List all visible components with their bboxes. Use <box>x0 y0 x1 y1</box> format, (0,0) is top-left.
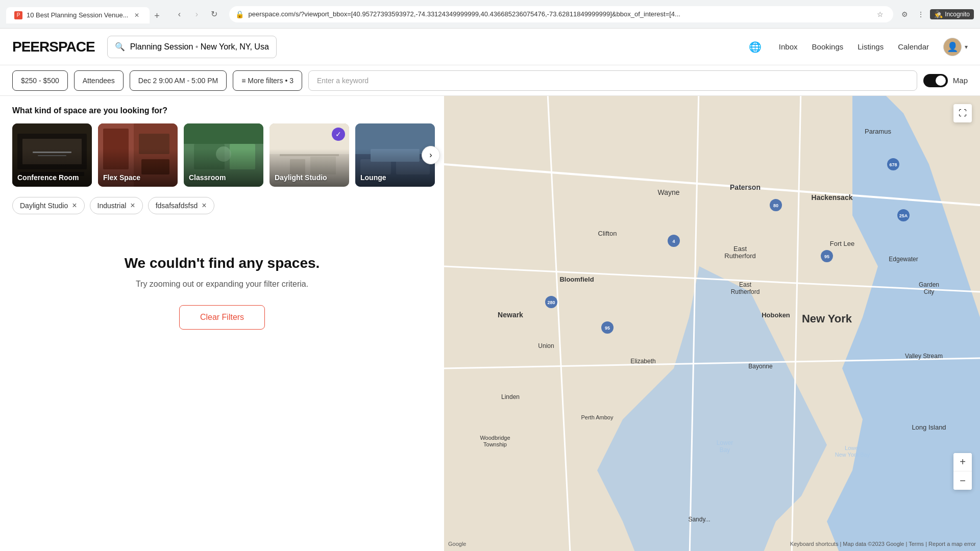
filter-tag-daylight-remove[interactable]: × <box>72 202 77 210</box>
filter-sliders-icon: ≡ <box>241 77 246 85</box>
active-tab[interactable]: P 10 Best Planning Session Venue... ✕ <box>6 7 150 23</box>
svg-text:New York: New York <box>802 312 852 325</box>
active-filters: Daylight Studio × Industrial × fdsafsafd… <box>12 197 432 214</box>
incognito-badge: 🕵 Incognito <box>930 9 974 19</box>
flex-space-overlay: Flex Space <box>98 123 178 187</box>
main-content: What kind of space are you looking for? <box>0 96 980 551</box>
map-fullscreen-button[interactable]: ⛶ <box>953 104 972 122</box>
filter-tag-industrial[interactable]: Industrial × <box>90 197 143 214</box>
search-icon: 🔍 <box>115 42 125 52</box>
app: PEERSPACE 🔍 Planning Session • New York,… <box>0 29 980 551</box>
svg-text:95: 95 <box>824 254 829 259</box>
space-type-flex[interactable]: Flex Space <box>98 123 178 187</box>
map-toggle-switch[interactable] <box>923 74 948 87</box>
space-type-conference[interactable]: Conference Room <box>12 123 92 187</box>
svg-text:Long Island: Long Island <box>912 423 946 431</box>
map-container[interactable]: 280 95 4 80 95 25A 678 Yonkers Paramus <box>444 96 980 551</box>
empty-state-title: We couldn't find any spaces. <box>125 255 320 271</box>
svg-text:Valley Stream: Valley Stream <box>905 353 943 360</box>
chevron-down-icon: ▾ <box>965 43 968 51</box>
reload-button[interactable]: ↻ <box>207 7 221 21</box>
bookmark-icon[interactable]: ☆ <box>873 7 887 21</box>
conference-room-label: Conference Room <box>17 173 79 182</box>
datetime-filter-button[interactable]: Dec 2 9:00 AM - 5:00 PM <box>130 70 227 91</box>
svg-text:Bloomfield: Bloomfield <box>559 276 594 283</box>
daylight-selected-check: ✓ <box>332 128 345 141</box>
more-filters-button[interactable]: ≡ More filters • 3 <box>233 70 302 91</box>
flex-space-label: Flex Space <box>103 173 140 182</box>
header: PEERSPACE 🔍 Planning Session • New York,… <box>0 29 980 65</box>
svg-text:WoodbridgeTownship: WoodbridgeTownship <box>480 435 510 447</box>
empty-state-subtitle: Try zooming out or expanding your filter… <box>136 280 308 289</box>
tab-title: 10 Best Planning Session Venue... <box>27 11 128 19</box>
filters-bar: $250 - $500 Attendees Dec 2 9:00 AM - 5:… <box>0 65 980 96</box>
map-zoom-out-button[interactable]: − <box>953 471 972 490</box>
map-panel: 280 95 4 80 95 25A 678 Yonkers Paramus <box>444 96 980 551</box>
fullscreen-icon: ⛶ <box>959 109 967 118</box>
search-bar[interactable]: 🔍 Planning Session • New York, NY, Usa <box>107 36 277 58</box>
forward-button[interactable]: › <box>189 7 204 21</box>
svg-text:Paterson: Paterson <box>730 183 761 191</box>
listings-link[interactable]: Listings <box>857 42 884 51</box>
svg-text:Elizabeth: Elizabeth <box>630 358 655 365</box>
logo[interactable]: PEERSPACE <box>12 39 95 55</box>
conference-room-overlay: Conference Room <box>12 123 92 187</box>
language-icon[interactable]: 🌐 <box>746 38 765 56</box>
svg-text:Wayne: Wayne <box>657 188 679 196</box>
svg-text:678: 678 <box>889 162 897 167</box>
svg-text:280: 280 <box>547 300 555 305</box>
svg-text:Sandy...: Sandy... <box>688 516 710 523</box>
menu-icon[interactable]: ⋮ <box>914 7 928 21</box>
address-bar[interactable]: 🔒 peerspace.com/s/?viewport_bbox=[40.957… <box>229 6 893 22</box>
clear-filters-button[interactable]: Clear Filters <box>179 305 265 330</box>
classroom-overlay: Classroom <box>184 123 263 187</box>
extensions-icon[interactable]: ⚙ <box>897 7 912 21</box>
svg-text:Hoboken: Hoboken <box>762 311 790 319</box>
filter-tag-custom-remove[interactable]: × <box>202 202 206 210</box>
empty-state: We couldn't find any spaces. Try zooming… <box>12 214 432 370</box>
lock-icon: 🔒 <box>235 10 244 18</box>
map-label: Map <box>953 76 968 85</box>
svg-text:Hackensack: Hackensack <box>812 193 853 202</box>
header-nav: 🌐 Inbox Bookings Listings Calendar 👤 ▾ <box>746 38 968 56</box>
svg-text:95: 95 <box>605 325 610 331</box>
toggle-knob <box>936 76 946 86</box>
map-attribution-links: Keyboard shortcuts | Map data ©2023 Goog… <box>790 541 976 547</box>
new-tab-button[interactable]: + <box>150 9 164 23</box>
bookings-link[interactable]: Bookings <box>812 42 844 51</box>
svg-text:Fort Lee: Fort Lee <box>830 240 854 247</box>
map-toggle[interactable]: Map <box>923 74 968 87</box>
svg-text:4: 4 <box>672 239 675 244</box>
daylight-studio-label: Daylight Studio <box>275 173 327 182</box>
calendar-link[interactable]: Calendar <box>898 42 929 51</box>
svg-text:Newark: Newark <box>498 311 523 319</box>
svg-text:Union: Union <box>538 342 554 349</box>
filter-tag-custom[interactable]: fdsafsafdsfsd × <box>148 197 214 214</box>
avatar: 👤 <box>943 38 962 56</box>
space-type-classroom[interactable]: Classroom <box>184 123 263 187</box>
inbox-link[interactable]: Inbox <box>779 42 798 51</box>
svg-text:Clifton: Clifton <box>598 230 617 237</box>
map-zoom-in-button[interactable]: + <box>953 453 972 471</box>
map-attribution: Google <box>448 541 466 547</box>
map-zoom-controls: + − <box>953 453 972 490</box>
svg-text:Perth Amboy: Perth Amboy <box>581 414 614 420</box>
tab-close-button[interactable]: ✕ <box>132 11 141 20</box>
filter-tag-industrial-remove[interactable]: × <box>130 202 135 210</box>
profile-area[interactable]: 👤 ▾ <box>943 38 968 56</box>
svg-text:25A: 25A <box>899 213 908 218</box>
browser-actions: ⚙ ⋮ 🕵 Incognito <box>897 7 974 21</box>
keyword-input[interactable] <box>308 70 917 91</box>
search-query: Planning Session • New York, NY, Usa <box>130 42 269 52</box>
price-filter-button[interactable]: $250 - $500 <box>12 70 68 91</box>
svg-text:Bayonne: Bayonne <box>748 363 773 370</box>
back-button[interactable]: ‹ <box>172 7 186 21</box>
carousel-next-button[interactable]: › <box>422 146 440 164</box>
browser-nav: ‹ › ↻ <box>168 7 225 21</box>
filter-tag-daylight-label: Daylight Studio <box>20 202 68 210</box>
attendees-filter-button[interactable]: Attendees <box>74 70 124 91</box>
left-panel: What kind of space are you looking for? <box>0 96 444 551</box>
space-type-daylight[interactable]: Daylight Studio ✓ <box>270 123 349 187</box>
filter-tag-daylight[interactable]: Daylight Studio × <box>12 197 85 214</box>
filter-tag-custom-label: fdsafsafdsfsd <box>156 202 198 210</box>
